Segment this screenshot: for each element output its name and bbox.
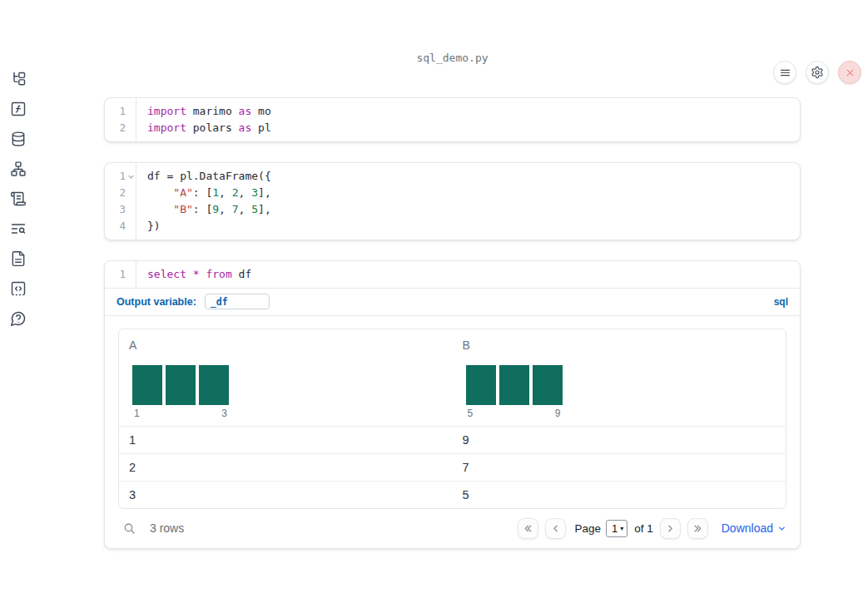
language-tag: sql	[774, 296, 788, 308]
table-row[interactable]: 27	[119, 453, 786, 481]
message-question-icon	[10, 310, 27, 327]
sidebar-item-dependencies[interactable]	[8, 159, 28, 179]
column-histogram: 13	[132, 365, 453, 419]
line-number: 2	[119, 185, 126, 201]
last-page-button[interactable]	[687, 518, 708, 539]
histogram-bars	[466, 365, 786, 405]
histogram-bar	[166, 365, 196, 405]
fold-chevron-icon	[127, 173, 135, 180]
helper-panel-sidebar	[0, 69, 37, 329]
histogram-bar	[499, 365, 529, 405]
column-histogram: 59	[466, 365, 786, 419]
code-editor[interactable]: 12import marimo as moimport polars as pl	[105, 98, 800, 141]
row-count: 3 rows	[150, 521, 184, 535]
column-header-a[interactable]: A 13	[119, 329, 453, 426]
sidebar-item-file-explorer[interactable]	[8, 69, 28, 89]
download-label: Download	[722, 521, 773, 535]
code-line: df = pl.DataFrame({	[147, 168, 271, 185]
dataframe-table: A 13 B 59 192735	[118, 329, 786, 509]
table-cell: 5	[453, 488, 786, 502]
line-number: 2	[119, 120, 126, 136]
code-cell-imports: 12import marimo as moimport polars as pl	[104, 97, 801, 142]
next-page-button[interactable]	[660, 518, 681, 539]
notebook-filename[interactable]: sql_demo.py	[286, 52, 619, 64]
histogram-bars	[132, 365, 453, 405]
sql-cell: 1select * from df Output variable: sql A…	[104, 260, 801, 549]
line-number-gutter: 1	[105, 261, 136, 288]
histogram-bar	[132, 365, 162, 405]
search-button[interactable]	[118, 517, 140, 539]
output-variable-input[interactable]	[205, 294, 270, 309]
column-name: A	[129, 339, 453, 352]
code-line: "B": [9, 7, 5],	[147, 201, 271, 218]
fold-toggle[interactable]	[126, 173, 136, 180]
sidebar-item-logs[interactable]	[8, 189, 28, 209]
select-caret-icon: ▾	[620, 525, 623, 532]
histogram-axis: 59	[466, 408, 563, 419]
notebook-actions	[773, 61, 861, 84]
chevrons-left-icon	[523, 523, 533, 534]
column-header-b[interactable]: B 59	[453, 329, 786, 426]
table-footer: 3 rows Page 1 ▾ of 1	[118, 517, 786, 539]
hist-min-label: 1	[134, 408, 140, 419]
database-icon	[10, 131, 27, 147]
cell-output: A 13 B 59 192735 3 rows	[105, 315, 800, 548]
function-square-icon	[10, 101, 27, 117]
line-number: 3	[119, 201, 126, 218]
line-number-gutter: 1234	[105, 163, 136, 240]
line-number: 1	[119, 168, 126, 185]
settings-button[interactable]	[806, 61, 829, 84]
code-editor[interactable]: 1234df = pl.DataFrame({ "A": [1, 2, 3], …	[105, 163, 800, 240]
prev-page-button[interactable]	[545, 518, 566, 539]
page-select[interactable]: 1 ▾	[606, 520, 627, 537]
marimo-app: sql_demo.py 12import marimo as moimport …	[0, 52, 868, 593]
chevron-down-icon	[777, 524, 786, 533]
line-number: 1	[119, 103, 126, 120]
histogram-axis: 13	[132, 408, 229, 419]
file-text-icon	[10, 250, 27, 267]
code-content[interactable]: import marimo as moimport polars as pl	[136, 98, 271, 141]
code-line: import marimo as mo	[147, 103, 271, 120]
sidebar-item-search[interactable]	[8, 219, 28, 239]
close-x-icon	[845, 67, 856, 78]
table-cell: 3	[119, 488, 453, 502]
first-page-button[interactable]	[518, 518, 538, 539]
table-row[interactable]: 19	[119, 426, 786, 453]
scroll-text-icon	[10, 190, 27, 207]
download-button[interactable]: Download	[722, 521, 786, 535]
chevron-right-icon	[665, 523, 676, 534]
code-content[interactable]: select * from df	[136, 261, 251, 288]
shutdown-button[interactable]	[838, 61, 861, 84]
table-row[interactable]: 35	[119, 481, 786, 508]
output-variable-label: Output variable:	[117, 296, 196, 308]
hist-max-label: 9	[555, 408, 561, 419]
table-cell: 7	[453, 461, 786, 474]
histogram-bar	[466, 365, 496, 405]
text-search-icon	[10, 220, 27, 237]
network-icon	[10, 161, 27, 177]
page-select-value: 1	[612, 522, 618, 535]
code-square-icon	[10, 280, 27, 297]
page-of-label: of 1	[634, 522, 653, 535]
sql-cell-footer: Output variable: sql	[105, 288, 800, 315]
histogram-bar	[199, 365, 229, 405]
sidebar-item-variables[interactable]	[8, 99, 28, 119]
code-line: select * from df	[147, 266, 251, 283]
line-number: 4	[119, 218, 126, 235]
sidebar-item-documentation[interactable]	[8, 249, 28, 269]
folder-tree-icon	[10, 71, 27, 87]
histogram-bar	[533, 365, 563, 405]
code-line: import polars as pl	[147, 120, 271, 136]
code-line: })	[147, 218, 271, 235]
notebook-main: sql_demo.py 12import marimo as moimport …	[37, 52, 868, 549]
search-icon	[122, 521, 136, 536]
code-line: "A": [1, 2, 3],	[147, 185, 271, 201]
sql-editor[interactable]: 1select * from df	[105, 261, 800, 288]
menu-button[interactable]	[773, 61, 796, 84]
table-cell: 1	[119, 433, 453, 447]
sidebar-item-chat-help[interactable]	[8, 309, 28, 329]
code-content[interactable]: df = pl.DataFrame({ "A": [1, 2, 3], "B":…	[136, 163, 271, 240]
sidebar-item-snippets[interactable]	[8, 279, 28, 299]
code-cell-dataframe: 1234df = pl.DataFrame({ "A": [1, 2, 3], …	[104, 162, 801, 240]
sidebar-item-data-sources[interactable]	[8, 129, 28, 149]
